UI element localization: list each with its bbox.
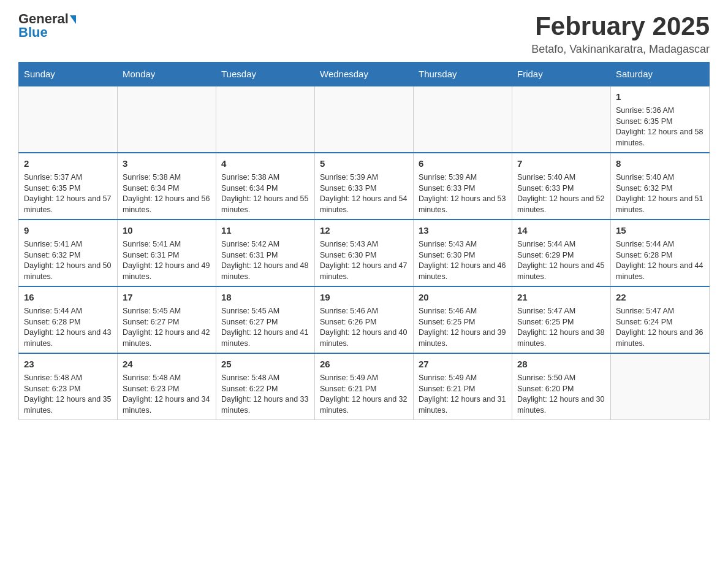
calendar-day: 11Sunrise: 5:42 AM Sunset: 6:31 PM Dayli… bbox=[216, 220, 315, 286]
calendar-header: SundayMondayTuesdayWednesdayThursdayFrid… bbox=[19, 63, 710, 86]
calendar-day: 1Sunrise: 5:36 AM Sunset: 6:35 PM Daylig… bbox=[611, 86, 710, 153]
day-number: 5 bbox=[320, 157, 408, 170]
calendar-day: 15Sunrise: 5:44 AM Sunset: 6:28 PM Dayli… bbox=[611, 220, 710, 286]
day-number: 26 bbox=[320, 358, 408, 370]
calendar-day: 9Sunrise: 5:41 AM Sunset: 6:32 PM Daylig… bbox=[19, 220, 118, 286]
day-header-saturday: Saturday bbox=[611, 63, 710, 86]
day-number: 8 bbox=[616, 157, 704, 170]
day-info: Sunrise: 5:40 AM Sunset: 6:32 PM Dayligh… bbox=[616, 172, 704, 215]
day-header-sunday: Sunday bbox=[19, 63, 118, 86]
day-info: Sunrise: 5:43 AM Sunset: 6:30 PM Dayligh… bbox=[419, 239, 507, 282]
logo-blue-text: Blue bbox=[18, 25, 48, 40]
calendar-day: 22Sunrise: 5:47 AM Sunset: 6:24 PM Dayli… bbox=[611, 286, 710, 353]
day-info: Sunrise: 5:50 AM Sunset: 6:20 PM Dayligh… bbox=[517, 373, 605, 416]
day-number: 20 bbox=[419, 291, 507, 304]
calendar-day: 5Sunrise: 5:39 AM Sunset: 6:33 PM Daylig… bbox=[315, 153, 414, 220]
day-info: Sunrise: 5:48 AM Sunset: 6:23 PM Dayligh… bbox=[24, 373, 112, 416]
day-info: Sunrise: 5:49 AM Sunset: 6:21 PM Dayligh… bbox=[419, 373, 507, 416]
day-number: 28 bbox=[517, 358, 605, 370]
day-info: Sunrise: 5:39 AM Sunset: 6:33 PM Dayligh… bbox=[419, 172, 507, 215]
page-title: February 2025 bbox=[531, 12, 710, 40]
calendar-day: 25Sunrise: 5:48 AM Sunset: 6:22 PM Dayli… bbox=[216, 353, 315, 420]
day-number: 22 bbox=[616, 291, 704, 304]
logo-top-line: General bbox=[18, 12, 76, 26]
day-info: Sunrise: 5:44 AM Sunset: 6:28 PM Dayligh… bbox=[616, 239, 704, 282]
calendar-day: 19Sunrise: 5:46 AM Sunset: 6:26 PM Dayli… bbox=[315, 286, 414, 353]
title-section: February 2025 Betafo, Vakinankaratra, Ma… bbox=[531, 12, 710, 56]
day-info: Sunrise: 5:44 AM Sunset: 6:29 PM Dayligh… bbox=[517, 239, 605, 282]
day-info: Sunrise: 5:46 AM Sunset: 6:26 PM Dayligh… bbox=[320, 306, 408, 349]
day-header-wednesday: Wednesday bbox=[315, 63, 414, 86]
calendar-week-3: 9Sunrise: 5:41 AM Sunset: 6:32 PM Daylig… bbox=[19, 220, 710, 286]
calendar-week-2: 2Sunrise: 5:37 AM Sunset: 6:35 PM Daylig… bbox=[19, 153, 710, 220]
day-number: 15 bbox=[616, 224, 704, 237]
day-number: 14 bbox=[517, 224, 605, 237]
calendar-day: 20Sunrise: 5:46 AM Sunset: 6:25 PM Dayli… bbox=[414, 286, 512, 353]
calendar-day bbox=[315, 86, 414, 153]
calendar-day bbox=[414, 86, 512, 153]
day-number: 4 bbox=[221, 157, 309, 170]
calendar-day: 26Sunrise: 5:49 AM Sunset: 6:21 PM Dayli… bbox=[315, 353, 414, 420]
calendar-day: 8Sunrise: 5:40 AM Sunset: 6:32 PM Daylig… bbox=[611, 153, 710, 220]
day-number: 1 bbox=[616, 90, 704, 103]
day-header-monday: Monday bbox=[118, 63, 216, 86]
calendar-day: 12Sunrise: 5:43 AM Sunset: 6:30 PM Dayli… bbox=[315, 220, 414, 286]
day-number: 25 bbox=[221, 358, 309, 370]
day-info: Sunrise: 5:45 AM Sunset: 6:27 PM Dayligh… bbox=[221, 306, 309, 349]
calendar-day: 13Sunrise: 5:43 AM Sunset: 6:30 PM Dayli… bbox=[414, 220, 512, 286]
day-info: Sunrise: 5:38 AM Sunset: 6:34 PM Dayligh… bbox=[123, 172, 211, 215]
calendar-week-4: 16Sunrise: 5:44 AM Sunset: 6:28 PM Dayli… bbox=[19, 286, 710, 353]
day-number: 24 bbox=[123, 358, 211, 370]
day-info: Sunrise: 5:41 AM Sunset: 6:31 PM Dayligh… bbox=[123, 239, 211, 282]
day-info: Sunrise: 5:36 AM Sunset: 6:35 PM Dayligh… bbox=[616, 105, 704, 148]
day-number: 21 bbox=[517, 291, 605, 304]
day-number: 12 bbox=[320, 224, 408, 237]
calendar-day: 6Sunrise: 5:39 AM Sunset: 6:33 PM Daylig… bbox=[414, 153, 512, 220]
calendar-day: 16Sunrise: 5:44 AM Sunset: 6:28 PM Dayli… bbox=[19, 286, 118, 353]
calendar-day bbox=[512, 86, 611, 153]
day-number: 9 bbox=[24, 224, 112, 237]
day-info: Sunrise: 5:38 AM Sunset: 6:34 PM Dayligh… bbox=[221, 172, 309, 215]
calendar-day: 3Sunrise: 5:38 AM Sunset: 6:34 PM Daylig… bbox=[118, 153, 216, 220]
calendar-day: 2Sunrise: 5:37 AM Sunset: 6:35 PM Daylig… bbox=[19, 153, 118, 220]
day-info: Sunrise: 5:45 AM Sunset: 6:27 PM Dayligh… bbox=[123, 306, 211, 349]
calendar-day: 17Sunrise: 5:45 AM Sunset: 6:27 PM Dayli… bbox=[118, 286, 216, 353]
day-info: Sunrise: 5:42 AM Sunset: 6:31 PM Dayligh… bbox=[221, 239, 309, 282]
calendar-day: 4Sunrise: 5:38 AM Sunset: 6:34 PM Daylig… bbox=[216, 153, 315, 220]
calendar-day: 7Sunrise: 5:40 AM Sunset: 6:33 PM Daylig… bbox=[512, 153, 611, 220]
day-info: Sunrise: 5:48 AM Sunset: 6:22 PM Dayligh… bbox=[221, 373, 309, 416]
calendar-day bbox=[216, 86, 315, 153]
day-number: 16 bbox=[24, 291, 112, 304]
day-number: 11 bbox=[221, 224, 309, 237]
day-info: Sunrise: 5:44 AM Sunset: 6:28 PM Dayligh… bbox=[24, 306, 112, 349]
calendar-week-1: 1Sunrise: 5:36 AM Sunset: 6:35 PM Daylig… bbox=[19, 86, 710, 153]
day-number: 17 bbox=[123, 291, 211, 304]
calendar-day: 21Sunrise: 5:47 AM Sunset: 6:25 PM Dayli… bbox=[512, 286, 611, 353]
calendar-day bbox=[19, 86, 118, 153]
day-header-tuesday: Tuesday bbox=[216, 63, 315, 86]
calendar-day: 23Sunrise: 5:48 AM Sunset: 6:23 PM Dayli… bbox=[19, 353, 118, 420]
logo: General Blue bbox=[18, 12, 76, 39]
calendar-day: 14Sunrise: 5:44 AM Sunset: 6:29 PM Dayli… bbox=[512, 220, 611, 286]
day-info: Sunrise: 5:46 AM Sunset: 6:25 PM Dayligh… bbox=[419, 306, 507, 349]
calendar-day: 18Sunrise: 5:45 AM Sunset: 6:27 PM Dayli… bbox=[216, 286, 315, 353]
day-header-friday: Friday bbox=[512, 63, 611, 86]
day-number: 27 bbox=[419, 358, 507, 370]
day-number: 18 bbox=[221, 291, 309, 304]
day-info: Sunrise: 5:40 AM Sunset: 6:33 PM Dayligh… bbox=[517, 172, 605, 215]
calendar-body: 1Sunrise: 5:36 AM Sunset: 6:35 PM Daylig… bbox=[19, 86, 710, 420]
calendar-day bbox=[611, 353, 710, 420]
day-number: 2 bbox=[24, 157, 112, 170]
day-number: 3 bbox=[123, 157, 211, 170]
logo-arrow-icon bbox=[70, 15, 76, 24]
calendar-day: 10Sunrise: 5:41 AM Sunset: 6:31 PM Dayli… bbox=[118, 220, 216, 286]
calendar-day: 27Sunrise: 5:49 AM Sunset: 6:21 PM Dayli… bbox=[414, 353, 512, 420]
day-number: 10 bbox=[123, 224, 211, 237]
day-info: Sunrise: 5:43 AM Sunset: 6:30 PM Dayligh… bbox=[320, 239, 408, 282]
day-number: 7 bbox=[517, 157, 605, 170]
day-info: Sunrise: 5:49 AM Sunset: 6:21 PM Dayligh… bbox=[320, 373, 408, 416]
day-header-thursday: Thursday bbox=[414, 63, 512, 86]
day-number: 6 bbox=[419, 157, 507, 170]
day-info: Sunrise: 5:47 AM Sunset: 6:24 PM Dayligh… bbox=[616, 306, 704, 349]
day-info: Sunrise: 5:39 AM Sunset: 6:33 PM Dayligh… bbox=[320, 172, 408, 215]
